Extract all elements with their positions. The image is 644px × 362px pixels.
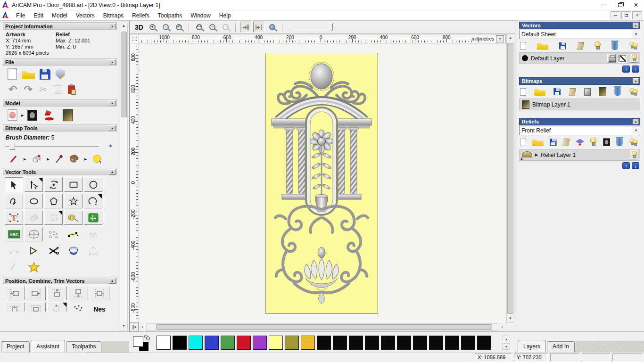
greyscale-preview-icon[interactable] bbox=[584, 88, 591, 96]
mdi-minimize-button[interactable] bbox=[611, 11, 620, 19]
nest-vectors-button[interactable]: Nes bbox=[90, 302, 109, 312]
redo-icon[interactable]: ↷ bbox=[24, 84, 32, 95]
align-top-button[interactable] bbox=[47, 286, 67, 300]
ruler-unit-dropdown[interactable]: ▼ bbox=[496, 35, 504, 42]
palette-scroll-up-button[interactable]: ▲ bbox=[503, 336, 510, 342]
transform-vectors-button[interactable] bbox=[44, 177, 63, 192]
paint-pencil-icon[interactable] bbox=[8, 154, 19, 164]
toggle-3d-view-button[interactable]: 3D bbox=[133, 22, 145, 33]
palette-swatch[interactable] bbox=[237, 336, 251, 350]
primary-colour-swatch[interactable] bbox=[133, 337, 143, 347]
scrollbar-thumb[interactable] bbox=[507, 43, 513, 314]
new-relief-layer-icon[interactable] bbox=[520, 139, 526, 146]
toggle-all-reliefs-icon[interactable] bbox=[629, 138, 638, 147]
palette-swatch[interactable] bbox=[269, 336, 283, 350]
collapse-button[interactable]: ▲ bbox=[633, 23, 639, 28]
slice-vectors-button[interactable] bbox=[5, 260, 23, 274]
collapse-button[interactable]: ▲ bbox=[109, 59, 116, 65]
centre-in-page-button[interactable] bbox=[5, 302, 25, 312]
create-circle-button[interactable] bbox=[84, 177, 102, 192]
bitmap-doctor-icon[interactable] bbox=[91, 154, 103, 164]
zoom-slider[interactable] bbox=[289, 23, 333, 32]
palette-swatch[interactable] bbox=[285, 336, 299, 350]
vector-layer-row[interactable]: Default Layer bbox=[519, 52, 640, 64]
bitmaps-section-header[interactable]: Bitmaps ▲ bbox=[519, 77, 640, 85]
delete-relief-layer-icon[interactable] bbox=[616, 138, 623, 146]
vectors-section-header[interactable]: Vectors ▲ bbox=[519, 22, 640, 29]
layer-name[interactable]: Bitmap Layer 1 bbox=[532, 101, 638, 108]
save-vector-layer-icon[interactable] bbox=[559, 42, 566, 49]
collapse-button[interactable]: ▲ bbox=[109, 24, 116, 29]
palette-swatch[interactable] bbox=[317, 336, 331, 350]
wrap-text-button[interactable]: ABC bbox=[5, 227, 23, 241]
fit-curve-button[interactable] bbox=[64, 227, 83, 241]
paste-vector-button[interactable] bbox=[25, 210, 43, 225]
create-star-button[interactable] bbox=[64, 194, 83, 208]
section-header-project-information[interactable]: Project Information ▲ bbox=[3, 22, 117, 30]
zoom-out-button[interactable]: − bbox=[160, 22, 171, 33]
align-centre-button[interactable] bbox=[90, 286, 109, 300]
scrollbar-thumb[interactable] bbox=[156, 324, 492, 330]
zoom-slider-handle[interactable] bbox=[329, 23, 333, 31]
delete-bitmap-layer-icon[interactable] bbox=[614, 88, 621, 96]
scroll-down-button[interactable]: ▼ bbox=[507, 315, 514, 322]
align-left-button[interactable] bbox=[5, 286, 25, 300]
tab-toolpaths[interactable]: Toolpaths bbox=[66, 341, 101, 352]
zoom-in-button[interactable]: + bbox=[147, 22, 158, 33]
fit-arcs-button[interactable] bbox=[5, 243, 23, 258]
section-header-model[interactable]: Model ▲ bbox=[3, 99, 117, 107]
offset-vector-button[interactable] bbox=[44, 210, 63, 225]
greyscale-from-model-icon[interactable] bbox=[8, 109, 17, 121]
zoom-1to1-button[interactable]: 1:1 bbox=[193, 22, 205, 33]
create-ellipse-button[interactable] bbox=[25, 194, 43, 208]
align-bottom-button[interactable] bbox=[68, 286, 88, 300]
import-bitmap-icon[interactable] bbox=[569, 88, 576, 96]
close-button[interactable]: × bbox=[628, 0, 644, 10]
menu-help[interactable]: Help bbox=[215, 11, 235, 20]
paste-icon[interactable] bbox=[54, 85, 61, 94]
measure-button[interactable] bbox=[64, 210, 83, 225]
toggle-layer-visibility-icon[interactable] bbox=[594, 42, 601, 50]
zoom-slider-track[interactable] bbox=[289, 27, 328, 28]
load-bitmap-icon[interactable] bbox=[63, 109, 74, 121]
palette-swatch[interactable] bbox=[189, 336, 203, 350]
menu-file[interactable]: File bbox=[12, 11, 29, 20]
palette-swatch[interactable] bbox=[413, 336, 427, 350]
section-header-vector-tools[interactable]: Vector Tools ▲ bbox=[3, 168, 117, 175]
dropdown-button[interactable]: ▼ bbox=[632, 126, 640, 135]
palette-scroll-down-button[interactable]: ▼ bbox=[503, 343, 510, 350]
bitmap-layer-row[interactable]: Bitmap Layer 1 bbox=[519, 99, 640, 110]
ruler-origin-button[interactable] bbox=[130, 34, 139, 43]
create-polyline-button[interactable] bbox=[5, 194, 23, 208]
mdi-restore-button[interactable] bbox=[621, 11, 631, 19]
dropdown-button[interactable]: ▼ bbox=[632, 30, 640, 39]
section-header-bitmap-tools[interactable]: Bitmap Tools ▲ bbox=[3, 124, 117, 132]
toggle-all-layers-icon[interactable] bbox=[629, 41, 638, 50]
flood-fill-icon[interactable] bbox=[31, 154, 42, 164]
node-editing-button[interactable] bbox=[25, 177, 43, 192]
palette-swatch[interactable] bbox=[381, 336, 395, 350]
new-model-icon[interactable] bbox=[8, 68, 17, 80]
ruler-toggle-button[interactable] bbox=[130, 323, 139, 331]
palette-swatch[interactable] bbox=[397, 336, 411, 350]
zoom-selected-button[interactable] bbox=[220, 22, 231, 33]
preview-button[interactable] bbox=[266, 22, 278, 33]
section-header-position-tools[interactable]: Position, Combine, Trim Vectors ▲ bbox=[3, 277, 117, 284]
brush-diameter-slider[interactable] bbox=[6, 142, 113, 151]
trim-vectors-button[interactable] bbox=[44, 243, 63, 258]
menu-edit[interactable]: Edit bbox=[29, 11, 48, 20]
join-vectors-button[interactable] bbox=[25, 243, 43, 258]
scatter-copies-button[interactable] bbox=[68, 302, 88, 312]
layer-colour-swatch[interactable] bbox=[522, 55, 528, 61]
notes-icon[interactable] bbox=[68, 85, 75, 94]
collapse-button[interactable]: ▲ bbox=[109, 125, 116, 131]
merge-relief-icon[interactable] bbox=[576, 139, 584, 146]
simplify-vectors-button[interactable] bbox=[84, 227, 102, 241]
palette-swatch[interactable] bbox=[365, 336, 379, 350]
expand-arrow-icon[interactable]: ▶ bbox=[535, 153, 538, 157]
canvas-horizontal-scrollbar[interactable]: ‹ › bbox=[130, 323, 506, 331]
move-layer-up-button[interactable]: ↑ bbox=[622, 66, 630, 73]
lighting-icon[interactable] bbox=[44, 110, 56, 120]
collapse-button[interactable]: ▲ bbox=[109, 169, 116, 175]
open-relief-layer-icon[interactable] bbox=[532, 138, 544, 146]
